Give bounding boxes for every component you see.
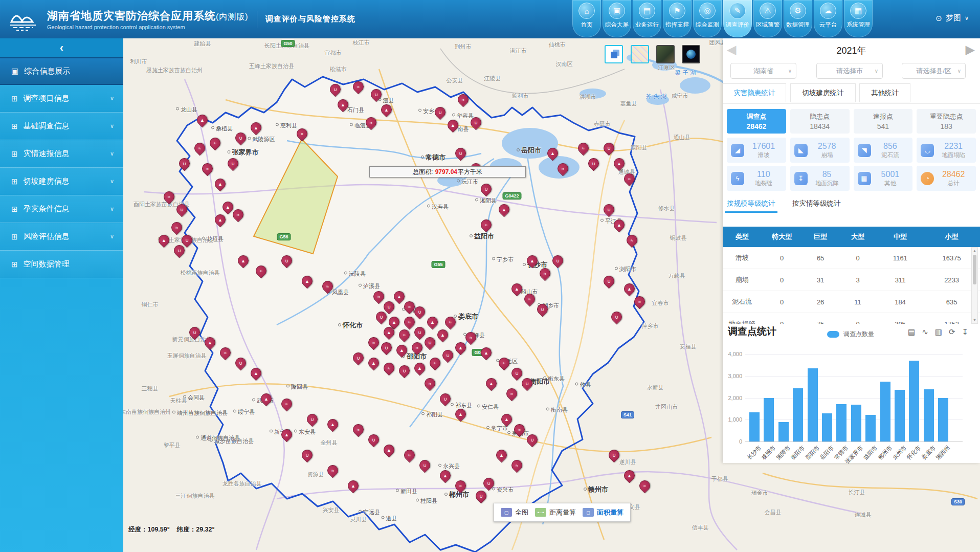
chart-bar (793, 388, 803, 441)
hazard-glyph-icon: ▲ (348, 481, 358, 491)
hazard-glyph-icon: ▲ (382, 105, 391, 115)
scroll-up-icon[interactable]: ▲ (972, 249, 977, 253)
nav-item-label: 调查评价 (726, 21, 749, 29)
hazard-glyph-icon: ▲ (614, 220, 624, 230)
nav-item-调查评价[interactable]: ✎调查评价 (723, 0, 752, 37)
hazard-glyph-icon: ∪ (612, 312, 621, 322)
table-scrollbar[interactable]: ▲ ▼ (971, 247, 978, 324)
sidebar-collapse-button[interactable]: ‹ (0, 38, 123, 57)
tab-其他统计[interactable]: 其他统计 (859, 83, 910, 102)
layers-button[interactable] (605, 45, 623, 63)
sidebar-item-综合信息展示[interactable]: ▣综合信息展示 (0, 57, 123, 85)
nav-item-云平台[interactable]: ☁云平台 (814, 0, 842, 37)
sidebar-item-label: 风险评估信息 (24, 232, 70, 241)
nav-item-系统管理[interactable]: ▦系统管理 (844, 0, 873, 37)
hazard-glyph-icon: ∪ (609, 450, 619, 460)
hazard-glyph-icon: ∪ (182, 235, 192, 245)
region-select-2[interactable]: 请选择县/区∨ (902, 63, 966, 79)
hazard-glyph-icon: ≈ (384, 363, 394, 373)
nav-item-数据管理[interactable]: ⚙数据管理 (784, 0, 812, 37)
legend-swatch (827, 331, 839, 338)
street-map-button[interactable] (631, 45, 649, 63)
download-icon[interactable]: ↧ (962, 327, 969, 337)
hazard-glyph-icon: ∪ (177, 205, 187, 214)
nav-item-综合监测[interactable]: ◎综合监测 (693, 0, 722, 37)
tab-切坡建房统计[interactable]: 切坡建房统计 (790, 83, 856, 102)
chart-legend[interactable]: 调查点数量 (827, 330, 874, 339)
subtab-按灾情等级统计[interactable]: 按灾情等级统计 (792, 199, 841, 208)
stat-tabs: 灾害隐患统计切坡建房统计其他统计 (723, 83, 980, 104)
sidebar-item-调查项目信息[interactable]: ⊞调查项目信息∨ (0, 85, 123, 113)
hazard-glyph-icon: ▲ (369, 358, 378, 368)
hazard-glyph-icon: ▲ (625, 284, 634, 294)
data-view-icon[interactable]: ▤ (908, 327, 915, 337)
hazard-glyph-icon: ▲ (397, 345, 407, 355)
hazard-card-地裂缝: ϟ110地裂缝 (727, 166, 786, 191)
nav-item-综合大屏[interactable]: ▣综合大屏 (603, 0, 631, 37)
stat-pill-隐患点[interactable]: 隐患点18434 (790, 109, 850, 134)
measure-area-unit: 平方千米 (458, 168, 482, 176)
sidebar-item-孕灾条件信息[interactable]: ⊞孕灾条件信息∨ (0, 195, 123, 223)
measure-tool-距离量算[interactable]: •─•距离量算 (535, 508, 576, 517)
hazard-card-总计: ◔28462总计 (917, 166, 976, 191)
nav-item-首页[interactable]: ⌂首页 (572, 0, 601, 37)
hazard-glyph-icon: ≈ (446, 317, 455, 327)
subtab-按规模等级统计[interactable]: 按规模等级统计 (727, 199, 775, 208)
measure-tool-全图[interactable]: ▢全图 (501, 508, 528, 517)
nav-item-区域预警[interactable]: ⚠区域预警 (753, 0, 782, 37)
sidebar-item-风险评估信息[interactable]: ⊞风险评估信息∨ (0, 223, 123, 251)
sidebar-item-切坡建房信息[interactable]: ⊞切坡建房信息∨ (0, 168, 123, 195)
hazard-glyph-icon: ≈ (256, 266, 266, 276)
system-name: 调查评价与风险管控系统 (265, 14, 355, 24)
hazard-card-value: 85 (808, 170, 847, 179)
hazard-glyph-icon: ▲ (497, 450, 506, 460)
hazard-glyph-icon: ▲ (481, 348, 491, 358)
hazard-glyph-icon: ≈ (515, 425, 524, 434)
hazard-glyph-icon: ≈ (512, 460, 522, 470)
hazard-glyph-icon: ≈ (481, 220, 491, 230)
stat-pill-速报点[interactable]: 速报点541 (854, 109, 913, 134)
hazard-glyph-icon: ∪ (512, 368, 522, 378)
stat-pill-重要隐患点[interactable]: 重要隐患点183 (917, 109, 976, 134)
hazard-glyph-icon: ∪ (527, 435, 537, 445)
nav-item-label: 数据管理 (786, 21, 810, 29)
year-next-button[interactable]: ▶ (966, 42, 975, 57)
hazard-glyph-icon: ≈ (374, 292, 384, 301)
hazard-card-地面塌陷: ◡2231地面塌陷 (917, 138, 976, 163)
hazard-glyph-icon: ∪ (415, 327, 425, 337)
user-name: 梦图 (946, 13, 961, 23)
hazard-card-text: 85地面沉降 (808, 170, 847, 187)
nav-item-业务运行[interactable]: ▤业务运行 (633, 0, 661, 37)
user-menu[interactable]: ⊙ 梦图 ∨ (936, 13, 969, 23)
globe-3d-button[interactable] (682, 45, 700, 63)
hazard-glyph-icon: ▲ (625, 471, 634, 480)
refresh-icon[interactable]: ⟳ (949, 327, 955, 337)
line-chart-icon[interactable]: ∿ (922, 327, 928, 337)
sidebar-item-基础调查信息[interactable]: ⊞基础调查信息∨ (0, 113, 123, 140)
measure-tool-面积量算[interactable]: ◻面积量算 (583, 508, 623, 517)
region-select-1[interactable]: 请选择市∨ (816, 63, 883, 79)
stat-pill-调查点[interactable]: 调查点28462 (727, 109, 786, 134)
hazard-glyph-icon: ▲ (502, 414, 511, 424)
chevron-down-icon: ∨ (965, 15, 969, 21)
scroll-down-icon[interactable]: ▼ (972, 318, 977, 322)
sidebar-item-灾情速报信息[interactable]: ⊞灾情速报信息∨ (0, 140, 123, 168)
satellite-map-button[interactable] (656, 45, 675, 63)
scroll-thumb[interactable] (973, 255, 976, 284)
tab-灾害隐患统计[interactable]: 灾害隐患统计 (723, 83, 786, 102)
road-badge: G55 (431, 261, 445, 268)
hazard-card-崩塌: ◣2578崩塌 (790, 138, 850, 163)
region-select-0[interactable]: 湖南省∨ (730, 63, 796, 79)
scale-subtabs: 按规模等级统计按灾情等级统计 (723, 196, 980, 216)
stat-pill-value: 541 (877, 122, 889, 130)
bar-chart-icon[interactable]: ▥ (935, 327, 942, 337)
nav-item-label: 系统管理 (847, 21, 870, 29)
hazard-card-text: 110地裂缝 (744, 170, 783, 187)
nav-item-label: 综合大屏 (605, 21, 629, 29)
chevron-down-icon: ∨ (110, 233, 114, 240)
nav-item-指挥支撑[interactable]: ⚑指挥支撑 (663, 0, 692, 37)
sidebar: ‹ ▣综合信息展示⊞调查项目信息∨⊞基础调查信息∨⊞灾情速报信息∨⊞切坡建房信息… (0, 38, 123, 552)
sidebar-item-空间数据管理[interactable]: ⊞空间数据管理 (0, 251, 123, 278)
hazard-card-label: 滑坡 (744, 151, 783, 159)
hazard-glyph-icon: ∪ (481, 184, 491, 194)
